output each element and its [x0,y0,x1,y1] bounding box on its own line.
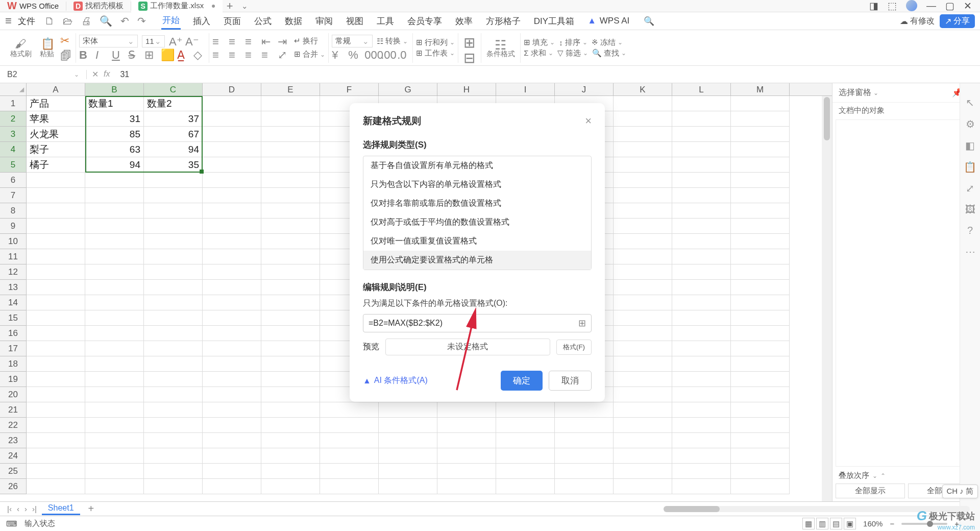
cell[interactable] [614,418,672,433]
find-dropdown[interactable]: 🔍 查找 ⌄ [592,49,626,58]
name-box[interactable]: B2⌄ [0,70,87,79]
rowcol-dropdown[interactable]: ⊞ 行和列 ⌄ [416,38,455,47]
cell[interactable]: 橘子 [27,157,85,173]
cell[interactable]: 31 [85,111,144,127]
paste-button[interactable]: 📋粘贴 [38,36,56,60]
row-header[interactable]: 18 [0,356,26,372]
clear-format-icon[interactable]: ◇ [193,49,206,61]
cell[interactable] [672,157,731,173]
row-header[interactable]: 16 [0,326,26,341]
cell[interactable] [27,464,85,479]
cell[interactable] [203,402,261,418]
cell[interactable] [731,402,790,418]
multi-window-icon[interactable]: ◨ [869,0,878,12]
cell[interactable] [85,280,144,295]
pointer-icon[interactable]: ↖ [966,96,974,109]
delete-cells-button[interactable]: ⊟ [461,49,478,63]
cell[interactable] [85,479,144,494]
tab-efficiency[interactable]: 效率 [454,13,474,29]
cell[interactable]: 苹果 [27,111,85,127]
cell[interactable] [27,341,85,356]
cell[interactable] [437,448,496,464]
cell[interactable] [614,310,672,326]
chart-icon[interactable]: ⤢ [966,182,974,195]
cell[interactable] [144,203,203,219]
cell[interactable] [261,173,320,188]
row-header-3[interactable]: 3 [0,127,26,142]
cell[interactable] [672,356,731,372]
cell[interactable] [261,418,320,433]
cell[interactable] [203,188,261,203]
rule-option[interactable]: 基于各自值设置所有单元格的格式 [363,156,591,175]
cell[interactable]: 37 [144,111,203,127]
cell[interactable] [379,402,437,418]
row-header-4[interactable]: 4 [0,142,26,157]
document-tab[interactable]: S工作簿数量.xlsx• [131,0,223,12]
cell[interactable] [203,219,261,234]
rule-option-selected[interactable]: 使用公式确定要设置格式的单元格 [363,251,591,270]
cell[interactable] [672,111,731,127]
cell[interactable] [731,96,790,111]
filter-dropdown[interactable]: ▽ 筛选 ⌄ [557,49,588,58]
cell[interactable] [731,111,790,127]
undo-icon[interactable]: ↶ [117,15,132,27]
cell[interactable] [261,387,320,402]
col-header-D[interactable]: D [203,83,261,95]
cell[interactable] [27,387,85,402]
cell[interactable]: 67 [144,127,203,142]
cell[interactable] [27,479,85,494]
cell[interactable] [555,479,614,494]
cell[interactable] [614,464,672,479]
cell[interactable] [85,356,144,372]
cell[interactable] [261,157,320,173]
cell[interactable] [261,111,320,127]
range-picker-icon[interactable]: ⊞ [578,318,586,329]
cell[interactable] [203,280,261,295]
format-brush-button[interactable]: 🖌格式刷 [8,36,34,60]
cell[interactable]: 94 [144,142,203,157]
cell[interactable] [731,326,790,341]
cell[interactable] [672,310,731,326]
cell[interactable]: 35 [144,157,203,173]
cell[interactable] [320,479,379,494]
cell[interactable] [614,479,672,494]
col-header-B[interactable]: B [85,83,144,95]
preview-icon[interactable]: 🔍 [96,15,115,27]
cell[interactable] [731,479,790,494]
print-icon[interactable]: 🖨 [78,15,94,27]
cancel-edit-icon[interactable]: ✕ [92,69,99,79]
cell[interactable] [672,249,731,264]
cell[interactable] [731,188,790,203]
cell[interactable] [85,310,144,326]
template-tab[interactable]: D找稻壳模板 [66,0,131,12]
cell[interactable] [27,188,85,203]
share-button[interactable]: ↗ 分享 [940,14,975,28]
cell[interactable] [144,264,203,280]
indent-dec-icon[interactable]: ⇤ [261,35,274,47]
cell[interactable] [672,341,731,356]
cell[interactable] [261,295,320,310]
sheet-prev-icon[interactable]: ‹ [17,504,19,513]
cell[interactable] [144,249,203,264]
wrap-dropdown[interactable]: ↵ 换行 [294,36,318,46]
cell[interactable] [261,433,320,448]
row-header[interactable]: 24 [0,448,26,464]
cell[interactable] [731,157,790,173]
row-header-5[interactable]: 5 [0,157,26,173]
font-color-icon[interactable]: A̲ [177,49,189,61]
comma-icon[interactable]: 000 [364,49,377,61]
select-all-corner[interactable] [0,83,27,95]
cell[interactable] [731,173,790,188]
cell[interactable] [731,356,790,372]
cell[interactable] [144,402,203,418]
cell[interactable] [437,418,496,433]
cell[interactable] [320,402,379,418]
row-header-1[interactable]: 1 [0,96,26,111]
row-header[interactable]: 10 [0,234,26,249]
sheet-first-icon[interactable]: |‹ [7,504,12,513]
open-icon[interactable]: 🗁 [60,15,76,27]
row-header[interactable]: 13 [0,280,26,295]
cell[interactable] [379,448,437,464]
cell[interactable] [555,418,614,433]
cell[interactable] [437,479,496,494]
